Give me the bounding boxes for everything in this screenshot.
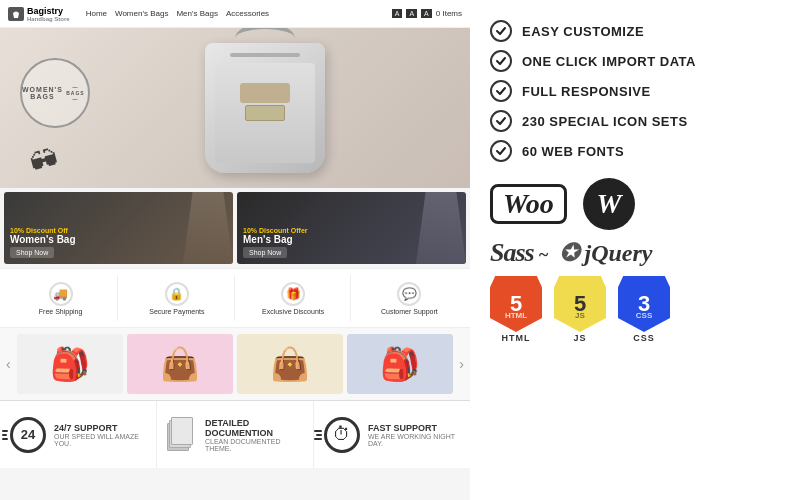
- check-icon-5: [490, 140, 512, 162]
- support-docs: DETAILED DOCUMENTION CLEAN DOCUMENTED TH…: [157, 401, 314, 468]
- support-247: 24 24/7 SUPPORT OUR SPEED WILL AMAZE YOU…: [0, 401, 157, 468]
- nav-bar: Home Women's Bags Men's Bags Accessories: [86, 9, 269, 18]
- nav-home[interactable]: Home: [86, 9, 107, 18]
- product-thumb-1[interactable]: 🎒: [17, 334, 123, 394]
- css3-text: CSS: [633, 333, 655, 343]
- support-247-title: 24/7 SUPPORT: [54, 423, 146, 433]
- thumb-next-arrow[interactable]: ›: [457, 356, 466, 372]
- feature-discounts: 🎁 Exclusive Discounts: [237, 275, 351, 321]
- support-24-text: 24: [21, 427, 35, 442]
- sunglasses-decoration: 🕶: [26, 142, 62, 181]
- check-icon-3: [490, 80, 512, 102]
- nav-accessories[interactable]: Accessories: [226, 9, 269, 18]
- promo-box-womens: 10% Discount Off Women's Bag Shop Now: [4, 192, 233, 264]
- wp-letter: W: [596, 188, 621, 220]
- support-247-text: 24/7 SUPPORT OUR SPEED WILL AMAZE YOU.: [54, 423, 146, 447]
- logo-row-html-js-css: 5 HTML HTML 5 JS JS 3 CSS CSS: [490, 276, 780, 343]
- jquery-logo: ✪ jQuery: [559, 239, 652, 267]
- feature-free-shipping: 🚚 Free Shipping: [4, 275, 118, 321]
- features-row: 🚚 Free Shipping 🔒 Secure Payments 🎁 Excl…: [0, 268, 470, 328]
- store-tagline: Handbag Store: [27, 16, 70, 22]
- discount-label: Exclusive Discounts: [262, 308, 324, 315]
- feature-text-4: 230 SPECIAL ICON SETS: [522, 114, 688, 129]
- store-logo: Bagistry Handbag Store: [8, 6, 70, 22]
- secure-icon: 🔒: [165, 282, 189, 306]
- docs-sub: CLEAN DOCUMENTED THEME.: [205, 438, 303, 452]
- html5-shield: 5 HTML: [490, 276, 542, 332]
- shipping-label: Free Shipping: [39, 308, 83, 315]
- right-panel: EASY CUSTOMIZE ONE CLICK IMPORT DATA FUL…: [470, 0, 800, 500]
- product-thumbs: ‹ 🎒 👜 👜 🎒 ›: [0, 328, 470, 400]
- feature-text-5: 60 WEB FONTS: [522, 144, 624, 159]
- js-text: JS: [573, 333, 586, 343]
- fast-support-sub: WE ARE WORKING NIGHT DAY.: [368, 433, 460, 447]
- bag-icon-1: 🎒: [50, 345, 90, 383]
- support-247-sub: OUR SPEED WILL AMAZE YOU.: [54, 433, 146, 447]
- css3-badge: 3 CSS CSS: [618, 276, 670, 343]
- cart-count[interactable]: 0 Items: [436, 9, 462, 18]
- product-thumb-3[interactable]: 👜: [237, 334, 343, 394]
- doc-page-3: [171, 417, 193, 445]
- support-247-icon: 24: [10, 417, 46, 453]
- promo-row: 10% Discount Off Women's Bag Shop Now 10…: [0, 188, 470, 268]
- feature-text-3: FULL RESPONSIVE: [522, 84, 651, 99]
- css3-shield: 3 CSS: [618, 276, 670, 332]
- logo-row-woo-wp: Woo W: [490, 178, 780, 230]
- tech-logos: Woo W Sass ~ ✪ jQuery 5 HTML: [490, 178, 780, 343]
- wp-logo: W: [583, 178, 635, 230]
- hero-circle-badge: WOMEN'SBAGS — BAGS —: [20, 58, 90, 128]
- promo-figure-2: [416, 192, 466, 264]
- js-shield: 5 JS: [554, 276, 606, 332]
- product-thumb-4[interactable]: 🎒: [347, 334, 453, 394]
- nav-mens[interactable]: Men's Bags: [176, 9, 218, 18]
- doc-icon: [167, 417, 197, 453]
- logo-row-sass-jquery: Sass ~ ✪ jQuery: [490, 238, 780, 268]
- feature-one-click: ONE CLICK IMPORT DATA: [490, 50, 780, 72]
- thumb-prev-arrow[interactable]: ‹: [4, 356, 13, 372]
- store-header: Bagistry Handbag Store Home Women's Bags…: [0, 0, 470, 28]
- feature-secure-payments: 🔒 Secure Payments: [120, 275, 234, 321]
- customer-support-label: Customer Support: [381, 308, 438, 315]
- docs-text: DETAILED DOCUMENTION CLEAN DOCUMENTED TH…: [205, 418, 303, 452]
- feature-text-1: EASY CUSTOMIZE: [522, 24, 644, 39]
- product-thumb-2[interactable]: 👜: [127, 334, 233, 394]
- bag-icon-4: 🎒: [380, 345, 420, 383]
- store-name: Bagistry: [27, 6, 70, 16]
- html5-label: HTML: [505, 311, 527, 320]
- html5-text: HTML: [502, 333, 531, 343]
- js-badge: 5 JS JS: [554, 276, 606, 343]
- check-icon-2: [490, 50, 512, 72]
- css3-label: CSS: [636, 311, 652, 320]
- nav-icons: A A A 0 Items: [392, 9, 462, 18]
- fast-support-icon: ⏱: [324, 417, 360, 453]
- nav-box-1: A: [392, 9, 403, 18]
- feature-support: 💬 Customer Support: [353, 275, 466, 321]
- nav-womens[interactable]: Women's Bags: [115, 9, 168, 18]
- nav-box-2: A: [406, 9, 417, 18]
- hero-bag: [205, 43, 325, 173]
- discount-icon: 🎁: [281, 282, 305, 306]
- logo-icon: [8, 7, 24, 21]
- fast-support-text: FAST SUPPORT WE ARE WORKING NIGHT DAY.: [368, 423, 460, 447]
- promo-figure-1: [183, 192, 233, 264]
- support-fast: ⏱ FAST SUPPORT WE ARE WORKING NIGHT DAY.: [314, 401, 470, 468]
- woo-logo: Woo: [490, 184, 567, 225]
- check-icon-4: [490, 110, 512, 132]
- customer-support-icon: 💬: [397, 282, 421, 306]
- secure-label: Secure Payments: [149, 308, 204, 315]
- promo-btn-1[interactable]: Shop Now: [10, 247, 54, 258]
- fast-support-title: FAST SUPPORT: [368, 423, 460, 433]
- js-label: JS: [575, 311, 585, 320]
- docs-title: DETAILED DOCUMENTION: [205, 418, 303, 438]
- check-icon-1: [490, 20, 512, 42]
- sass-logo: Sass ~: [490, 238, 547, 268]
- nav-box-3: A: [421, 9, 432, 18]
- shipping-icon: 🚚: [49, 282, 73, 306]
- left-panel: Bagistry Handbag Store Home Women's Bags…: [0, 0, 470, 500]
- bag-icon-3: 👜: [270, 345, 310, 383]
- bag-icon-2: 👜: [160, 345, 200, 383]
- promo-btn-2[interactable]: Shop Now: [243, 247, 287, 258]
- feature-icon-sets: 230 SPECIAL ICON SETS: [490, 110, 780, 132]
- feature-responsive: FULL RESPONSIVE: [490, 80, 780, 102]
- bottom-bar: 24 24/7 SUPPORT OUR SPEED WILL AMAZE YOU…: [0, 400, 470, 468]
